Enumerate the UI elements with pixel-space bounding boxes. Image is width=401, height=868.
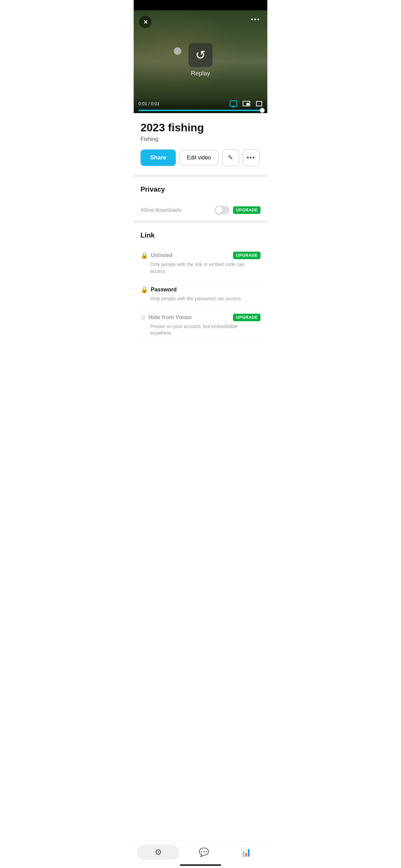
toggle-handle [216,207,222,214]
video-more-button[interactable] [248,16,262,23]
airplay-button[interactable] [230,100,237,107]
video-player: ✕ ↺ Replay 0:01 / 0:01 [134,10,267,113]
eye-slash-icon: ⊘ [141,314,146,321]
password-description: Only people with the password can access… [141,296,260,302]
hide-title-row: ⊘ Hide from Vimeo [141,314,192,321]
pencil-icon: ✎ [228,154,233,161]
link-section: Link 🔒 Unlisted UPGRADE Only people with… [134,223,267,342]
progress-fill [138,110,263,111]
unlisted-header: 🔒 Unlisted UPGRADE [141,252,260,259]
allow-downloads-controls: UPGRADE [215,206,260,215]
replay-label: Replay [191,70,210,77]
video-title: 2023 fishing [141,121,260,134]
controls-top-bar: 0:01 / 0:01 [138,100,263,107]
link-section-title: Link [141,231,260,239]
unlisted-upgrade-badge[interactable]: UPGRADE [233,252,260,259]
video-category: Fishing [141,136,260,142]
dot3 [257,19,259,20]
controls-icons [230,100,263,107]
replay-icon-bg: ↺ [189,43,212,67]
hide-header: ⊘ Hide from Vimeo UPGRADE [141,314,260,321]
close-icon: ✕ [143,19,148,25]
progress-bar[interactable] [138,110,263,111]
more-options-button[interactable]: ••• [243,149,260,166]
video-close-button[interactable]: ✕ [139,16,151,28]
hide-title-text: Hide from Vimeo [148,314,192,321]
password-title: Password [151,287,177,293]
allow-downloads-upgrade-badge[interactable]: UPGRADE [233,206,260,214]
privacy-section-title: Privacy [141,185,260,193]
replay-icon: ↺ [195,49,206,61]
section-divider-2 [134,220,267,223]
unlisted-lock-icon: 🔒 [141,252,148,259]
unlisted-option[interactable]: 🔒 Unlisted UPGRADE Only people with the … [141,246,260,280]
edit-icon-button[interactable]: ✎ [222,149,239,166]
password-title-row: 🔒 Password [141,286,177,293]
dot1 [251,19,253,20]
allow-downloads-toggle[interactable] [215,206,230,215]
replay-overlay[interactable]: ↺ Replay [189,43,212,77]
password-lock-icon: 🔒 [141,286,148,293]
hide-upgrade-badge[interactable]: UPGRADE [233,314,260,321]
privacy-section: Privacy Allow downloads UPGRADE [134,177,267,220]
dot2 [254,19,256,20]
unlisted-title-row: 🔒 Unlisted [141,252,172,259]
allow-downloads-label: Allow downloads [141,207,181,213]
ellipsis-icon: ••• [247,154,255,161]
fullscreen-icon [256,101,262,106]
hide-description: Private on your account, but embeddable … [141,323,260,337]
content-area: 2023 fishing Fishing Share Edit video ✎ … [134,113,267,166]
bottom-spacer [134,342,267,384]
edit-video-button[interactable]: Edit video [179,150,218,166]
unlisted-title: Unlisted [151,252,172,258]
allow-downloads-row: Allow downloads UPGRADE [141,200,260,220]
video-controls: 0:01 / 0:01 [134,97,267,113]
person-indicator [174,47,181,55]
unlisted-description: Only people with the link or embed code … [141,261,260,275]
pip-button[interactable] [243,101,250,106]
progress-handle[interactable] [260,108,265,113]
time-display: 0:01 / 0:01 [138,101,159,106]
hide-from-vimeo-option[interactable]: ⊘ Hide from Vimeo UPGRADE Private on you… [141,308,260,342]
password-header: 🔒 Password [141,286,260,293]
fullscreen-button[interactable] [256,100,263,107]
section-divider-1 [134,174,267,177]
action-buttons: Share Edit video ✎ ••• [141,149,260,166]
status-bar [134,0,267,10]
password-option[interactable]: 🔒 Password Only people with the password… [141,280,260,308]
share-button[interactable]: Share [141,149,176,166]
